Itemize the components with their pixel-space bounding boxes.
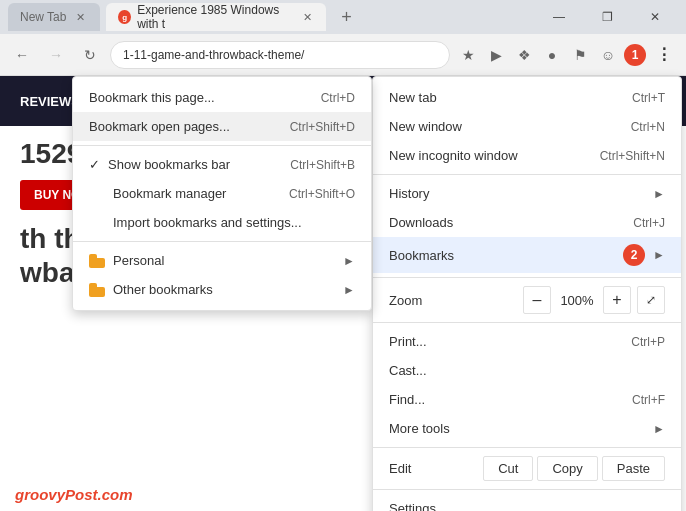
submenu-bookmark-open-label: Bookmark open pages... — [89, 119, 280, 134]
back-button[interactable]: ← — [8, 41, 36, 69]
submenu-manager-shortcut: Ctrl+Shift+O — [289, 187, 355, 201]
groovy-logo: groovyPost.com — [15, 486, 133, 503]
screenshot-icon[interactable]: ▶ — [484, 43, 508, 67]
menu-cast-label: Cast... — [389, 363, 665, 378]
submenu-bookmark-page-shortcut: Ctrl+D — [321, 91, 355, 105]
chrome-menu-button[interactable]: ⋮ — [650, 41, 678, 69]
menu-new-window-shortcut: Ctrl+N — [631, 120, 665, 134]
submenu-import[interactable]: Import bookmarks and settings... — [73, 208, 371, 237]
submenu-bookmark-open-shortcut: Ctrl+Shift+D — [290, 120, 355, 134]
paste-button[interactable]: Paste — [602, 456, 665, 481]
menu-more-tools-label: More tools — [389, 421, 645, 436]
menu-new-tab-label: New tab — [389, 90, 612, 105]
other-bookmarks-folder-icon — [89, 283, 105, 297]
edit-label: Edit — [389, 461, 479, 476]
address-bar: ← → ↻ 1-11-game-and-throwback-theme/ ★ ▶… — [0, 34, 686, 76]
annotation-1: 1 — [624, 44, 646, 66]
zoom-value: 100% — [557, 293, 597, 308]
submenu-personal[interactable]: Personal ► — [73, 246, 371, 275]
chrome-menu: New tab Ctrl+T New window Ctrl+N New inc… — [372, 76, 682, 511]
submenu-other-bookmarks[interactable]: Other bookmarks ► — [73, 275, 371, 304]
submenu-personal-label: Personal — [113, 253, 335, 268]
menu-print-shortcut: Ctrl+P — [631, 335, 665, 349]
menu-find-label: Find... — [389, 392, 612, 407]
zoom-controls: – 100% + ⤢ — [523, 286, 665, 314]
menu-new-window[interactable]: New window Ctrl+N — [373, 112, 681, 141]
menu-incognito[interactable]: New incognito window Ctrl+Shift+N — [373, 141, 681, 170]
more-tools-arrow-icon: ► — [653, 422, 665, 436]
menu-downloads-shortcut: Ctrl+J — [633, 216, 665, 230]
active-tab-label: Experience 1985 Windows with t — [137, 3, 294, 31]
address-input[interactable]: 1-11-game-and-throwback-theme/ — [110, 41, 450, 69]
submenu-divider-2 — [73, 241, 371, 242]
other-arrow-icon: ► — [343, 283, 355, 297]
submenu-bookmark-page-label: Bookmark this page... — [89, 90, 311, 105]
cut-button[interactable]: Cut — [483, 456, 533, 481]
submenu-manager-label: Bookmark manager — [113, 186, 279, 201]
flag-icon[interactable]: ⚑ — [568, 43, 592, 67]
active-tab-close[interactable]: ✕ — [300, 9, 314, 25]
submenu-other-label: Other bookmarks — [113, 282, 335, 297]
address-actions: ★ ▶ ❖ ● ⚑ ☺ 1 ⋮ — [456, 41, 678, 69]
bookmark-icon[interactable]: ● — [540, 43, 564, 67]
menu-bookmarks[interactable]: Bookmarks 2 ► — [373, 237, 681, 273]
submenu-show-bar-label: Show bookmarks bar — [108, 157, 280, 172]
zoom-label: Zoom — [389, 293, 515, 308]
bookmarks-arrow-icon: ► — [653, 248, 665, 262]
menu-new-tab[interactable]: New tab Ctrl+T — [373, 83, 681, 112]
browser-frame: New Tab ✕ g Experience 1985 Windows with… — [0, 0, 686, 511]
menu-find[interactable]: Find... Ctrl+F — [373, 385, 681, 414]
menu-print[interactable]: Print... Ctrl+P — [373, 327, 681, 356]
inactive-tab-close[interactable]: ✕ — [72, 9, 88, 25]
inactive-tab[interactable]: New Tab ✕ — [8, 3, 100, 31]
nav-reviews: REVIEWS — [20, 94, 80, 109]
menu-divider-2 — [373, 277, 681, 278]
zoom-fullscreen-button[interactable]: ⤢ — [637, 286, 665, 314]
menu-divider-4 — [373, 447, 681, 448]
menu-incognito-shortcut: Ctrl+Shift+N — [600, 149, 665, 163]
zoom-minus-button[interactable]: – — [523, 286, 551, 314]
minimize-button[interactable]: — — [536, 0, 582, 34]
menu-zoom-row: Zoom – 100% + ⤢ — [373, 282, 681, 318]
submenu-manager[interactable]: Bookmark manager Ctrl+Shift+O — [73, 179, 371, 208]
copy-button[interactable]: Copy — [537, 456, 597, 481]
menu-cast[interactable]: Cast... — [373, 356, 681, 385]
address-text: 1-11-game-and-throwback-theme/ — [123, 48, 304, 62]
menu-more-tools[interactable]: More tools ► — [373, 414, 681, 443]
menu-print-label: Print... — [389, 334, 611, 349]
menu-edit-row: Edit Cut Copy Paste — [373, 452, 681, 485]
menu-history[interactable]: History ► — [373, 179, 681, 208]
submenu-show-bar[interactable]: ✓ Show bookmarks bar Ctrl+Shift+B — [73, 150, 371, 179]
show-bar-checkmark: ✓ — [89, 157, 100, 172]
history-arrow-icon: ► — [653, 187, 665, 201]
annotation-2: 2 — [623, 244, 645, 266]
maximize-button[interactable]: ❐ — [584, 0, 630, 34]
submenu-bookmark-page[interactable]: Bookmark this page... Ctrl+D — [73, 83, 371, 112]
user-icon[interactable]: ☺ — [596, 43, 620, 67]
submenu-bookmark-open[interactable]: Bookmark open pages... Ctrl+Shift+D — [73, 112, 371, 141]
new-tab-button[interactable]: + — [332, 3, 360, 31]
extension-icon[interactable]: ❖ — [512, 43, 536, 67]
menu-divider-1 — [373, 174, 681, 175]
menu-settings-label: Settings — [389, 501, 665, 511]
forward-button[interactable]: → — [42, 41, 70, 69]
submenu-show-bar-shortcut: Ctrl+Shift+B — [290, 158, 355, 172]
reload-button[interactable]: ↻ — [76, 41, 104, 69]
tab-favicon: g — [118, 10, 131, 24]
menu-history-label: History — [389, 186, 645, 201]
menu-new-tab-shortcut: Ctrl+T — [632, 91, 665, 105]
active-tab[interactable]: g Experience 1985 Windows with t ✕ — [106, 3, 326, 31]
window-controls: — ❐ ✕ — [536, 0, 678, 34]
menu-bookmarks-label: Bookmarks — [389, 248, 619, 263]
menu-divider-5 — [373, 489, 681, 490]
menu-downloads[interactable]: Downloads Ctrl+J — [373, 208, 681, 237]
bookmark-star-icon[interactable]: ★ — [456, 43, 480, 67]
submenu-divider-1 — [73, 145, 371, 146]
menu-downloads-label: Downloads — [389, 215, 613, 230]
zoom-plus-button[interactable]: + — [603, 286, 631, 314]
close-button[interactable]: ✕ — [632, 0, 678, 34]
menu-new-window-label: New window — [389, 119, 611, 134]
menu-settings[interactable]: Settings — [373, 494, 681, 511]
menu-incognito-label: New incognito window — [389, 148, 580, 163]
menu-find-shortcut: Ctrl+F — [632, 393, 665, 407]
